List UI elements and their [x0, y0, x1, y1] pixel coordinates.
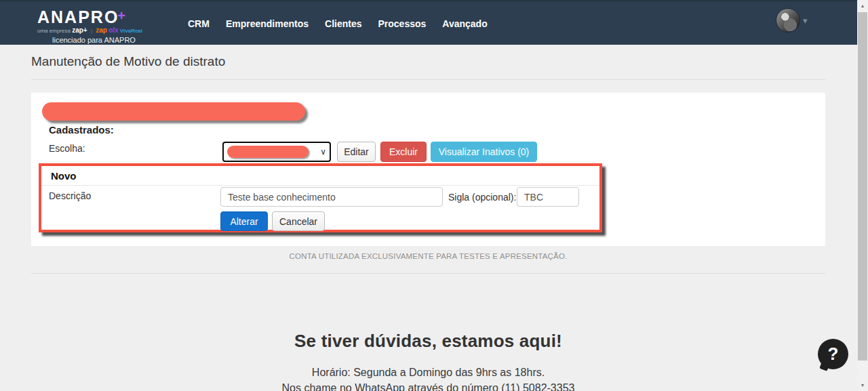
brand-plus-icon: + [117, 8, 127, 23]
zap-logo: zap [96, 26, 107, 34]
descricao-label: Descrição [49, 190, 91, 201]
main-nav: CRM Empreendimentos Clientes Processos A… [188, 1, 488, 46]
nav-item-crm[interactable]: CRM [188, 18, 210, 29]
descricao-input[interactable] [220, 187, 443, 207]
brand-logo[interactable]: ANAPRO+ uma empresa zap+ | zap olx VivaR… [37, 7, 159, 34]
question-mark-icon: ? [828, 344, 839, 365]
user-menu[interactable]: ▾ [776, 8, 808, 33]
nav-item-avancado[interactable]: Avançado [442, 18, 487, 29]
avatar[interactable] [776, 8, 800, 33]
novo-title: Novo [51, 170, 77, 182]
license-text: licenciado para ANAPRO [52, 36, 136, 44]
title-divider [31, 79, 825, 80]
nav-item-empreendimentos[interactable]: Empreendimentos [226, 18, 309, 29]
olx-logo: olx [108, 26, 118, 34]
tagline-separator: | [91, 28, 92, 34]
select-chevron-down-icon: ∨ [320, 147, 326, 157]
zapplus-logo: zap+ [72, 26, 87, 34]
escolha-label: Escolha: [49, 143, 85, 154]
test-account-disclaimer: CONTA UTILIZADA EXCLUSIVAMENTE PARA TEST… [31, 252, 825, 260]
section-divider [31, 273, 825, 274]
vertical-scrollbar[interactable]: ▲ ▼ [857, 0, 868, 391]
sigla-label: Sigla (opcional): [448, 192, 516, 203]
app-viewport: ANAPRO+ uma empresa zap+ | zap olx VivaR… [0, 0, 868, 391]
redacted-select-value [227, 146, 309, 158]
support-heading: Se tiver dúvidas, estamos aqui! [31, 331, 825, 352]
brand-name: ANAPRO+ [37, 7, 159, 26]
editar-button[interactable]: Editar [337, 142, 376, 162]
brand-tagline: uma empresa zap+ | zap olx VivaReal [37, 26, 159, 34]
chevron-down-icon: ▾ [803, 16, 808, 26]
content-card: Cadastrados: Escolha: ∨ Editar Excluir V… [31, 93, 825, 246]
novo-divider [41, 185, 599, 186]
top-navbar: ANAPRO+ uma empresa zap+ | zap olx VivaR… [0, 0, 857, 45]
support-hours: Horário: Segunda a Domingo das 9hrs as 1… [31, 367, 825, 379]
nav-item-clientes[interactable]: Clientes [325, 18, 361, 29]
scroll-down-icon[interactable]: ▼ [857, 379, 868, 391]
page-title: Manutenção de Motivo de distrato [31, 54, 225, 69]
excluir-button[interactable]: Excluir [380, 142, 427, 162]
motivo-select[interactable]: ∨ [222, 142, 331, 162]
redacted-text-bar [42, 102, 305, 121]
support-footer: Se tiver dúvidas, estamos aqui! Horário:… [31, 331, 825, 391]
support-whatsapp: Nos chame no WhatsApp através do número … [31, 382, 825, 391]
help-button[interactable]: ? [818, 339, 848, 369]
cancelar-button[interactable]: Cancelar [272, 211, 325, 231]
scrollbar-thumb[interactable] [858, 12, 867, 361]
visualizar-inativos-button[interactable]: Visualizar Inativos (0) [431, 142, 537, 162]
nav-item-processos[interactable]: Processos [378, 18, 427, 29]
brand-tagline-prefix: uma empresa [37, 28, 71, 34]
scroll-up-icon[interactable]: ▲ [857, 0, 868, 12]
alterar-button[interactable]: Alterar [220, 211, 268, 231]
sigla-input[interactable] [517, 187, 579, 207]
cadastrados-label: Cadastrados: [49, 124, 114, 136]
vivareal-logo: VivaReal [120, 28, 142, 34]
novo-panel: Novo Descrição Sigla (opcional): Alterar… [39, 163, 602, 232]
